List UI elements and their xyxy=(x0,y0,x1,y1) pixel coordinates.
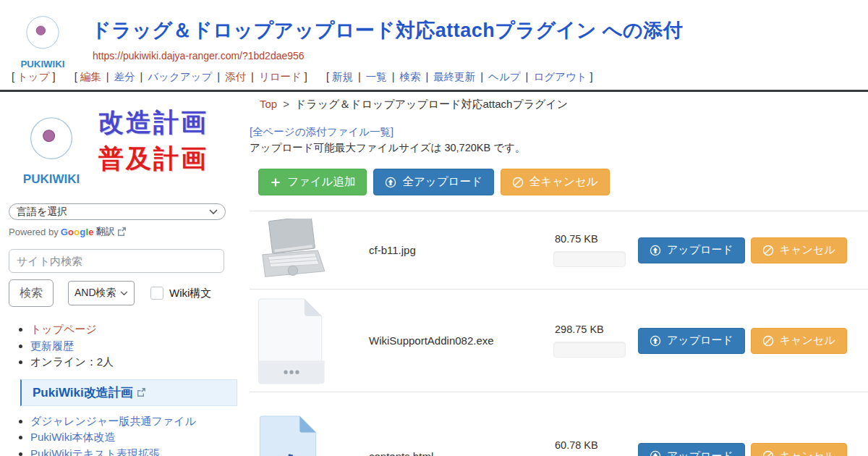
page-header: ドラッグ＆ドロップアップロード対応attachプラグイン への添付 https:… xyxy=(0,0,868,92)
max-upload-size-text: アップロード可能最大ファイルサイズは 30,720KB です。 xyxy=(250,141,868,155)
pipe: | xyxy=(106,71,109,83)
pipe: | xyxy=(217,71,220,83)
nav-group-site: [新規|一覧|検索|最終更新|ヘルプ|ログアウト] xyxy=(323,71,596,83)
nav-item-search[interactable]: 検索 xyxy=(400,71,421,83)
cancel-button[interactable]: キャンセル xyxy=(751,328,847,354)
pipe: | xyxy=(358,71,361,83)
nav-item-edit[interactable]: 編集 xyxy=(80,71,101,83)
table-row: contents.html 60.78 KB アップロード キャンセル xyxy=(250,392,868,456)
nav-item-list[interactable]: 一覧 xyxy=(366,71,387,83)
upload-file-list: cf-b11.jpg 80.75 KB アップロード キャンセル xyxy=(250,211,868,456)
pipe: | xyxy=(140,71,142,83)
upload-all-button[interactable]: 全アップロード xyxy=(373,169,493,195)
page-url-text: https://pukiwiki.dajya-ranger.com/?1bd2d… xyxy=(93,50,305,62)
language-select[interactable]: 言語を選択 xyxy=(9,203,226,220)
upload-label: アップロード xyxy=(667,334,733,347)
cancel-label: キャンセル xyxy=(780,243,835,257)
file-name: cf-b11.jpg xyxy=(329,244,532,256)
wiki-syntax-checkbox[interactable] xyxy=(150,287,163,300)
pukiwiki-logo-icon[interactable] xyxy=(9,4,77,70)
bracket: [ xyxy=(75,71,77,83)
section-title: PukiWiki改造計画 xyxy=(33,384,133,401)
ban-icon xyxy=(762,335,774,347)
sidebar-link-toppage[interactable]: トップページ xyxy=(30,323,97,335)
table-row: WikiSupportAddin082.exe 298.75 KB アップロード… xyxy=(250,290,868,392)
nav-item-reload[interactable]: リロード xyxy=(259,71,302,83)
progress-bar xyxy=(553,342,626,358)
sidebar-link-history[interactable]: 更新履歴 xyxy=(30,339,74,352)
search-button[interactable]: 検索 xyxy=(9,279,54,307)
upload-all-label: 全アップロード xyxy=(402,174,482,190)
upload-button[interactable]: アップロード xyxy=(638,328,745,354)
list-item: オンライン：2人 xyxy=(30,355,237,370)
sidebar-quick-list: トップページ 更新履歴 オンライン：2人 xyxy=(9,322,237,370)
nav-item-diff[interactable]: 差分 xyxy=(114,71,135,83)
pipe: | xyxy=(251,71,254,83)
sidebar-section-pukiwiki-kaizou[interactable]: PukiWiki改造計画 xyxy=(20,379,237,406)
site-search-input[interactable] xyxy=(9,249,224,273)
all-attachments-link[interactable]: [全ページの添付ファイル一覧] xyxy=(250,125,868,139)
upload-icon xyxy=(650,335,661,347)
nav-group-page: [編集|差分|バックアップ|添付|リロード] xyxy=(72,71,310,83)
main-content: Top>ドラッグ＆ドロップアップロード対応attachプラグイン [全ページの添… xyxy=(237,92,868,456)
add-files-button[interactable]: ファイル追加 xyxy=(258,169,367,195)
sidebar-logo-slogan: 改造計画 普及計画 xyxy=(98,104,208,176)
powered-by-label: Powered by xyxy=(9,227,59,237)
sidebar: 改造計画 普及計画 言語を選択 Powered by Google 翻訳 検索 … xyxy=(0,92,237,456)
upload-button[interactable]: アップロード xyxy=(638,237,745,263)
laptop-photo-thumbnail xyxy=(255,219,328,282)
plus-icon xyxy=(270,177,281,188)
upload-label: アップロード xyxy=(667,449,733,456)
nav-item-attach[interactable]: 添付 xyxy=(225,71,246,83)
sidebar-link-common-files[interactable]: ダジャレンジャー版共通ファイル xyxy=(30,415,196,427)
file-size: 298.75 KB xyxy=(555,324,638,335)
pukiwiki-atom-icon xyxy=(9,101,94,187)
page-title: ドラッグ＆ドロップアップロード対応attachプラグイン への添付 xyxy=(91,17,683,43)
nav-item-new[interactable]: 新規 xyxy=(332,71,353,83)
cancel-all-button[interactable]: 全キャンセル xyxy=(501,169,610,195)
bracket: [ xyxy=(326,71,329,83)
ban-icon xyxy=(762,245,774,256)
list-item: PukiWikiテキスト表現拡張 xyxy=(30,447,237,456)
nav-item-logout[interactable]: ログアウト xyxy=(533,71,587,83)
search-controls: 検索 AND検索 Wiki構文 xyxy=(9,279,237,307)
upload-button[interactable]: アップロード xyxy=(638,443,745,456)
cancel-label: キャンセル xyxy=(780,334,835,347)
list-item: ダジャレンジャー版共通ファイル xyxy=(30,414,237,429)
html-code-file-icon xyxy=(255,415,320,456)
nav-item-top[interactable]: トップ xyxy=(17,71,50,83)
sidebar-link-text-ext[interactable]: PukiWikiテキスト表現拡張 xyxy=(30,447,160,456)
bracket: ] xyxy=(590,71,593,83)
nav-item-recent[interactable]: 最終更新 xyxy=(433,71,475,83)
cancel-button[interactable]: キャンセル xyxy=(751,443,847,456)
external-link-icon xyxy=(117,227,126,236)
file-name: contents.html xyxy=(329,450,532,456)
external-link-icon xyxy=(137,388,145,397)
ban-icon xyxy=(512,177,524,188)
file-name: WikiSupportAddin082.exe xyxy=(329,334,532,347)
pipe: | xyxy=(526,71,529,83)
upload-icon xyxy=(650,245,661,256)
generic-file-icon xyxy=(255,296,328,386)
breadcrumb-current: ドラッグ＆ドロップアップロード対応attachプラグイン xyxy=(295,98,568,110)
sidebar-link-core-mod[interactable]: PukiWiki本体改造 xyxy=(30,431,116,443)
cancel-label: キャンセル xyxy=(780,449,835,456)
breadcrumb-separator: > xyxy=(283,98,289,110)
table-row: cf-b11.jpg 80.75 KB アップロード キャンセル xyxy=(250,211,868,290)
search-mode-select[interactable]: AND検索 xyxy=(68,281,135,305)
sidebar-nav-links: ダジャレンジャー版共通ファイル PukiWiki本体改造 PukiWikiテキス… xyxy=(9,414,237,456)
cancel-button[interactable]: キャンセル xyxy=(751,237,847,263)
upload-label: アップロード xyxy=(667,243,733,257)
sidebar-logo[interactable]: 改造計画 普及計画 xyxy=(9,101,237,188)
add-files-label: ファイル追加 xyxy=(287,174,355,190)
breadcrumb: Top>ドラッグ＆ドロップアップロード対応attachプラグイン xyxy=(260,98,868,111)
nav-item-backup[interactable]: バックアップ xyxy=(148,71,212,83)
ban-icon xyxy=(762,450,774,456)
nav-item-help[interactable]: ヘルプ xyxy=(488,71,521,83)
pipe: | xyxy=(392,71,395,83)
translate-link[interactable]: 翻訳 xyxy=(96,225,115,238)
breadcrumb-home-link[interactable]: Top xyxy=(260,98,277,110)
list-item: トップページ xyxy=(30,322,237,337)
google-translate-attribution: Powered by Google 翻訳 xyxy=(9,225,237,238)
list-item: PukiWiki本体改造 xyxy=(30,430,237,445)
